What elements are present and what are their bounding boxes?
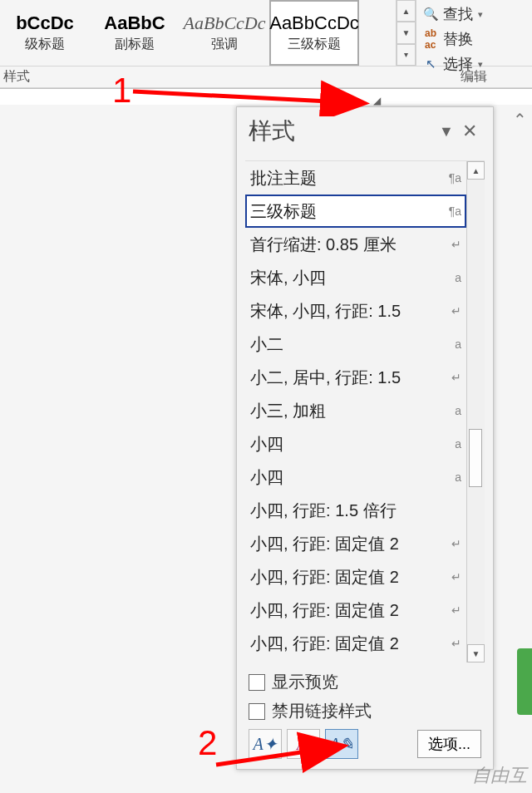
- style-list-scrollbar[interactable]: ▲ ▼: [466, 161, 485, 662]
- style-list-item-label: 小四, 行距: 固定值 2: [250, 599, 448, 622]
- style-list-item-label: 小四, 行距: 1.5 倍行: [250, 500, 458, 522]
- style-list-item[interactable]: 三级标题¶a: [245, 195, 466, 228]
- pane-menu-button[interactable]: ▼: [435, 123, 458, 140]
- style-item-subtitle[interactable]: AaBbC 副标题: [90, 0, 180, 66]
- styles-pane: 样式 ▼ ✕ 批注主题¶a三级标题¶a首行缩进: 0.85 厘米↵宋体, 小四a…: [236, 106, 494, 770]
- side-green-indicator: [517, 648, 532, 715]
- style-list: 批注主题¶a三级标题¶a首行缩进: 0.85 厘米↵宋体, 小四a宋体, 小四,…: [245, 161, 466, 662]
- svg-line-0: [133, 91, 362, 103]
- style-list-item-label: 宋体, 小四, 行距: 1.5: [250, 300, 448, 323]
- style-list-item[interactable]: 小四a: [245, 461, 466, 494]
- select-button[interactable]: ↖ 选择 ▾: [423, 53, 525, 75]
- style-type-mark-icon: ¶a: [449, 204, 461, 218]
- find-button[interactable]: 🔍 查找 ▾: [423, 3, 525, 25]
- style-list-item[interactable]: 批注主题¶a: [245, 161, 466, 195]
- style-type-mark-icon: a: [455, 337, 461, 351]
- annotation-number-2: 2: [198, 723, 217, 763]
- style-list-item-label: 小二, 居中, 行距: 1.5: [250, 367, 448, 389]
- style-name: 副标题: [115, 36, 155, 53]
- disable-linked-label: 禁用链接样式: [272, 700, 372, 722]
- style-list-item-label: 批注主题: [250, 167, 446, 190]
- style-item-emphasis[interactable]: AaBbCcDc 强调: [180, 0, 269, 66]
- replace-label: 替换: [443, 29, 473, 49]
- collapse-ribbon-icon[interactable]: ⌃: [513, 110, 527, 130]
- style-list-item[interactable]: 宋体, 小四a: [245, 261, 466, 294]
- watermark: 自由互: [472, 763, 527, 788]
- annotation-arrow-1: [116, 75, 374, 116]
- style-list-item-label: 小四: [250, 433, 451, 456]
- style-list-item-label: 三级标题: [250, 200, 446, 223]
- style-type-mark-icon: ↵: [451, 570, 461, 584]
- style-list-item-label: 小四, 行距: 固定值 2: [250, 533, 448, 555]
- style-type-mark-icon: a: [455, 470, 461, 484]
- style-preview: AaBbCcDc: [269, 12, 359, 34]
- style-list-container: 批注主题¶a三级标题¶a首行缩进: 0.85 厘米↵宋体, 小四a宋体, 小四,…: [245, 160, 485, 662]
- style-name: 级标题: [25, 36, 65, 53]
- editing-group: 🔍 查找 ▾ abac 替换 ↖ 选择 ▾: [416, 0, 532, 66]
- style-name: 强调: [211, 36, 238, 53]
- replace-button[interactable]: abac 替换: [423, 27, 525, 52]
- style-type-mark-icon: ↵: [451, 537, 461, 550]
- show-preview-label: 显示预览: [272, 671, 338, 693]
- style-gallery: bCcDc 级标题 AaBbC 副标题 AaBbCcDc 强调 AaBbCcDc…: [0, 0, 396, 66]
- style-list-item-label: 小二: [250, 333, 451, 356]
- annotation-number-1: 1: [112, 71, 131, 111]
- style-list-item[interactable]: 小四, 行距: 固定值 2↵: [245, 594, 466, 627]
- style-list-item[interactable]: 小四, 行距: 固定值 2↵: [245, 627, 466, 660]
- gallery-more-button[interactable]: ▾: [397, 44, 416, 66]
- style-list-item[interactable]: 宋体, 小四, 行距: 1.5↵: [245, 294, 466, 328]
- style-type-mark-icon: a: [455, 271, 461, 284]
- style-list-item[interactable]: 小二a: [245, 328, 466, 361]
- style-type-mark-icon: ¶a: [449, 171, 461, 185]
- style-list-item[interactable]: 小四, 行距: 固定值 2↵: [245, 560, 466, 594]
- cursor-icon: ↖: [423, 57, 438, 71]
- find-label: 查找: [443, 4, 473, 24]
- style-list-item[interactable]: 小四, 行距: 1.5 倍行: [245, 494, 466, 527]
- options-button[interactable]: 选项...: [417, 730, 481, 758]
- style-preview: AaBbC: [104, 12, 165, 34]
- style-list-item[interactable]: 小三, 加粗a: [245, 394, 466, 427]
- style-list-item[interactable]: 小四a: [245, 427, 466, 461]
- scroll-down-button[interactable]: ▼: [467, 644, 485, 662]
- style-list-item[interactable]: 小四, 行距: 固定值 2↵: [245, 527, 466, 560]
- checkbox-icon[interactable]: [249, 703, 265, 720]
- style-preview: bCcDc: [16, 12, 74, 34]
- style-item-heading-3[interactable]: AaBbCcDc 三级标题: [269, 0, 359, 66]
- gallery-row-buttons: ▲ ▼ ▾: [396, 0, 416, 66]
- style-preview: AaBbCcDc: [184, 12, 266, 34]
- style-list-item-label: 小四, 行距: 固定值 2: [250, 633, 448, 655]
- replace-icon: abac: [423, 27, 438, 51]
- style-type-mark-icon: ↵: [451, 238, 461, 251]
- style-type-mark-icon: a: [455, 404, 461, 417]
- style-list-item[interactable]: 首行缩进: 0.85 厘米↵: [245, 228, 466, 261]
- search-icon: 🔍: [423, 7, 438, 22]
- style-list-item-label: 小四, 行距: 固定值 2: [250, 566, 448, 589]
- scroll-thumb[interactable]: [469, 429, 482, 487]
- checkbox-icon[interactable]: [249, 674, 265, 691]
- pane-title: 样式: [249, 116, 435, 147]
- style-type-mark-icon: ↵: [451, 304, 461, 318]
- style-list-item-label: 首行缩进: 0.85 厘米: [250, 234, 448, 256]
- style-list-item[interactable]: 小二, 居中, 行距: 1.5↵: [245, 361, 466, 394]
- style-list-item-label: 小四: [250, 466, 451, 489]
- style-item-heading-level[interactable]: bCcDc 级标题: [0, 0, 90, 66]
- svg-line-1: [216, 746, 341, 765]
- styles-dialog-launcher[interactable]: ◢: [373, 95, 381, 106]
- gallery-scroll-down-button[interactable]: ▼: [397, 22, 416, 43]
- select-label: 选择: [443, 54, 473, 74]
- style-type-mark-icon: ↵: [451, 371, 461, 384]
- style-type-mark-icon: ↵: [451, 603, 461, 617]
- scroll-track[interactable]: [467, 180, 485, 644]
- style-list-item-label: 宋体, 小四: [250, 267, 451, 289]
- gallery-scroll-up-button[interactable]: ▲: [397, 0, 416, 22]
- chevron-down-icon: ▾: [478, 9, 483, 20]
- annotation-arrow-2: [200, 731, 366, 781]
- show-preview-checkbox-row[interactable]: 显示预览: [249, 671, 481, 693]
- disable-linked-checkbox-row[interactable]: 禁用链接样式: [249, 700, 481, 722]
- scroll-up-button[interactable]: ▲: [467, 161, 485, 180]
- style-name: 三级标题: [288, 36, 341, 53]
- style-type-mark-icon: a: [455, 437, 461, 451]
- pane-close-button[interactable]: ✕: [458, 121, 481, 142]
- chevron-down-icon: ▾: [478, 59, 483, 70]
- style-list-item-label: 小三, 加粗: [250, 400, 451, 422]
